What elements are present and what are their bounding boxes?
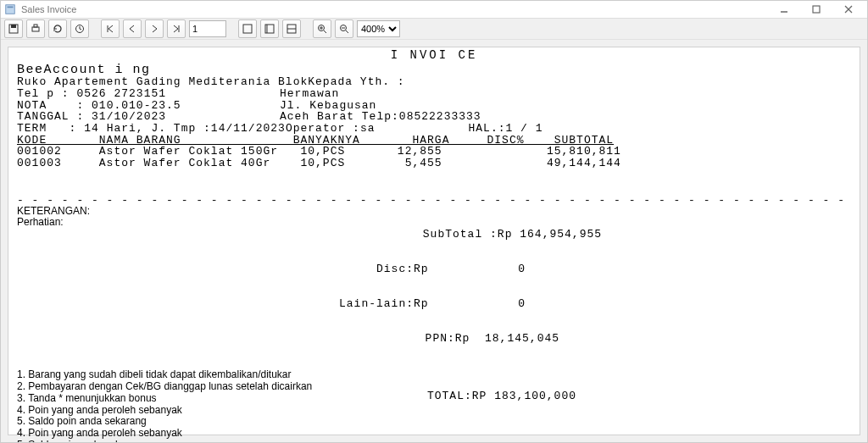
item-row-2: 001003 Astor Wafer Coklat 40Gr 10,PCS 5,… <box>17 158 851 169</box>
page-number-input[interactable] <box>189 20 226 37</box>
note-line: 1. Barang yang sudah dibeli tidak dapat … <box>17 369 339 381</box>
report-toolbar: 400% <box>1 19 867 40</box>
clock-icon[interactable] <box>70 19 89 38</box>
term-label: TERM : <box>17 122 76 135</box>
hal-label: HAL.: <box>469 123 506 135</box>
zoom-out-icon[interactable] <box>335 19 353 38</box>
items-column-headers: KODE NAMA BARANG BANYAKNYA HARGA DISC% S… <box>17 135 851 147</box>
svg-rect-0 <box>6 5 15 14</box>
maximize-button[interactable] <box>801 2 832 17</box>
prev-page-icon[interactable] <box>123 19 142 38</box>
svg-rect-8 <box>32 27 39 31</box>
note-line: 5. Saldo poin anda sekarang <box>17 440 339 442</box>
lain-line: Lain-lain:Rp 0 <box>339 298 602 310</box>
fit-width-icon[interactable] <box>282 19 301 38</box>
svg-line-21 <box>346 30 348 33</box>
first-page-icon[interactable] <box>101 19 120 38</box>
note-line: 3. Tanda * menunjukkan bonus <box>17 393 339 405</box>
total-line: TOTAL:RP 183,100,000 <box>339 390 593 402</box>
report-page: I NVOI CE BeeAccount i ng Ruko Apartemen… <box>8 47 860 435</box>
tanggal-row: TANGGAL : 31/10/2023 Aceh Barat Telp: 08… <box>17 111 851 123</box>
perhatian-label: Perhatian: <box>17 217 339 228</box>
disc-line: Disc:Rp 0 <box>339 263 602 275</box>
svg-rect-7 <box>11 25 16 28</box>
svg-rect-1 <box>8 7 14 8</box>
minimize-button[interactable] <box>769 2 799 17</box>
recipient-phone: 08522233333 <box>399 111 481 123</box>
company-address: Ruko Apartement Gading Mediterania Blok <box>17 76 308 88</box>
operator-label: Operator : <box>286 123 360 135</box>
app-window: Sales Invoice 400% I N <box>0 0 868 443</box>
app-icon <box>4 3 16 15</box>
term-value: 14 Hari, J. Tmp :14/11/2023 <box>84 122 286 135</box>
hal-value: 1 / 1 <box>506 123 543 135</box>
svg-rect-3 <box>813 6 820 13</box>
invoice-document: I NVOI CE BeeAccount i ng Ruko Apartemen… <box>17 49 851 442</box>
company-name: BeeAccount i ng <box>17 64 851 77</box>
operator-value: sa <box>360 123 376 135</box>
svg-rect-9 <box>34 25 37 27</box>
zoom-select[interactable]: 400% <box>357 20 400 37</box>
zoom-in-icon[interactable] <box>313 19 331 38</box>
invoice-title: I NVOI CE <box>17 49 851 62</box>
actual-size-icon[interactable] <box>238 19 257 38</box>
title-bar: Sales Invoice <box>1 1 867 19</box>
window-title: Sales Invoice <box>21 4 76 14</box>
print-icon[interactable] <box>26 19 45 38</box>
window-controls <box>769 2 864 17</box>
recipient-city: Aceh Barat Telp: <box>280 111 399 123</box>
report-viewport[interactable]: I NVOI CE BeeAccount i ng Ruko Apartemen… <box>1 40 867 442</box>
fit-page-icon[interactable] <box>260 19 279 38</box>
note-line: 2. Pembayaran dengan Cek/BG dianggap lun… <box>17 381 339 393</box>
ppn-line: PPN:Rp 18,145,045 <box>339 333 602 345</box>
recipient-name: Hermawan <box>280 88 339 100</box>
kepada-label: Kepada Yth. : <box>308 76 404 88</box>
item-row-1: 001002 Astor Wafer Coklat 150Gr 10,PCS 1… <box>17 146 851 158</box>
note-line: 4. Poin yang anda peroleh sebanyak <box>17 428 339 440</box>
refresh-icon[interactable] <box>48 19 67 38</box>
svg-line-17 <box>324 30 326 33</box>
address-row: Ruko Apartement Gading Mediterania Blok … <box>17 76 851 88</box>
last-page-icon[interactable] <box>167 19 186 38</box>
subtotal-line: SubTotal :Rp 164,954,955 <box>339 229 602 241</box>
telp-row: Tel p : 0526 2723151 Hermawan <box>17 88 851 100</box>
term-row: TERM : 14 Hari, J. Tmp :14/11/2023Operat… <box>17 123 851 135</box>
next-page-icon[interactable] <box>145 19 164 38</box>
save-icon[interactable] <box>4 19 23 38</box>
note-line: 5. Saldo poin anda sekarang <box>17 416 339 428</box>
svg-rect-11 <box>243 25 252 33</box>
separator-dashes: - - - - - - - - - - - - - - - - - - - - … <box>17 195 851 207</box>
note-line: 4. Poin yang anda peroleh sebanyak <box>17 405 339 417</box>
close-button[interactable] <box>833 2 864 17</box>
nota-row: NOTA : 010.010-23.5 Jl. Kebagusan <box>17 100 851 112</box>
recipient-street: Jl. Kebagusan <box>280 100 376 112</box>
keterangan-label: KETERANGAN: <box>17 206 339 217</box>
